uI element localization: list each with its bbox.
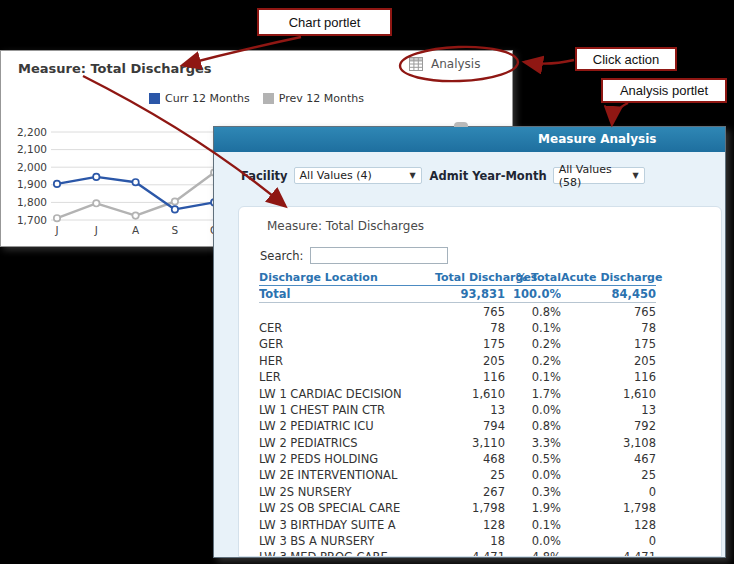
facility-filter-label: Facility	[241, 169, 288, 183]
analysis-content-panel: Measure: Total Discharges Search: Discha…	[238, 206, 722, 557]
analysis-portlet: Measure Analysis Facility All Values (4)…	[213, 126, 726, 558]
cell-total-discharges: 78	[435, 320, 505, 336]
table-header-row: Discharge Location Total Discharges % To…	[259, 270, 656, 286]
svg-text:1,900: 1,900	[17, 178, 47, 190]
cell-total-discharges: 468	[435, 451, 505, 467]
cell-acute-discharge: 0	[561, 533, 656, 549]
cell-total-discharges: 4,471	[435, 549, 505, 557]
callout-click-action-label: Click action	[593, 52, 659, 67]
admit-year-month-select-value: All Values (58)	[559, 163, 627, 189]
cell-pct-total: 1.9%	[505, 500, 561, 516]
cell-pct-total: 0.2%	[505, 353, 561, 369]
column-total-discharges[interactable]: Total Discharges	[435, 270, 505, 286]
facility-select[interactable]: All Values (4) ▼	[294, 167, 422, 184]
table-row: LW 1 CARDIAC DECISION1,6101.7%1,610	[259, 385, 656, 401]
cell-total-discharges: 1,610	[435, 385, 505, 401]
discharge-table: Discharge Location Total Discharges % To…	[259, 270, 656, 557]
svg-text:1,800: 1,800	[17, 196, 47, 208]
filter-bar: Facility All Values (4) ▼ Admit Year-Mon…	[241, 167, 725, 184]
table-row: LW 1 CHEST PAIN CTR130.0%13	[259, 402, 656, 418]
column-acute-discharge[interactable]: Acute Discharge	[561, 270, 656, 286]
cell-location: Total	[259, 286, 435, 303]
cell-pct-total: 0.1%	[505, 516, 561, 532]
cell-acute-discharge: 467	[561, 451, 656, 467]
cell-location: LW 2E INTERVENTIONAL	[259, 467, 435, 483]
table-row: LER1160.1%116	[259, 369, 656, 385]
click-action-arrow	[525, 60, 574, 64]
cell-pct-total: 0.0%	[505, 533, 561, 549]
cell-location: HER	[259, 353, 435, 369]
cell-acute-discharge: 1,610	[561, 385, 656, 401]
table-row: LW 2 PEDS HOLDING4680.5%467	[259, 451, 656, 467]
cell-total-discharges: 13	[435, 402, 505, 418]
cell-pct-total: 0.8%	[505, 303, 561, 320]
svg-text:2,100: 2,100	[17, 143, 47, 155]
cell-total-discharges: 794	[435, 418, 505, 434]
cell-acute-discharge: 175	[561, 336, 656, 352]
cell-total-discharges: 25	[435, 467, 505, 483]
search-input[interactable]	[310, 247, 448, 264]
discharge-table-body: Total 93,831 100.0% 84,450 7650.8%765CER…	[259, 286, 656, 558]
cell-total-discharges: 116	[435, 369, 505, 385]
cell-total-discharges: 18	[435, 533, 505, 549]
table-row: LW 2 PEDIATRIC ICU7940.8%792	[259, 418, 656, 434]
svg-text:J: J	[54, 224, 58, 236]
legend-label: Curr 12 Months	[165, 92, 250, 105]
cell-location: LW 2 PEDS HOLDING	[259, 451, 435, 467]
legend-item[interactable]: Curr 12 Months	[149, 92, 250, 105]
svg-text:A: A	[132, 224, 140, 236]
cell-location: LW 3 MED PROG CARE	[259, 549, 435, 557]
cell-pct-total: 0.1%	[505, 320, 561, 336]
cell-acute-discharge: 205	[561, 353, 656, 369]
cell-pct-total: 0.2%	[505, 336, 561, 352]
table-row: HER2050.2%205	[259, 353, 656, 369]
cell-total-discharges: 175	[435, 336, 505, 352]
callout-analysis-portlet-label: Analysis portlet	[620, 83, 708, 98]
measure-label: Measure: Total Discharges	[267, 219, 721, 233]
cell-acute-discharge: 1,798	[561, 500, 656, 516]
table-row: LW 3 MED PROG CARE4,4714.8%4,471	[259, 549, 656, 557]
table-row: LW 3 BIRTHDAY SUITE A1280.1%128	[259, 516, 656, 532]
cell-acute-discharge: 4,471	[561, 549, 656, 557]
cell-total-discharges: 3,110	[435, 435, 505, 451]
legend-swatch	[149, 93, 160, 104]
column-discharge-location[interactable]: Discharge Location	[259, 270, 435, 286]
analysis-portlet-arrow	[612, 103, 628, 124]
cell-acute-discharge: 116	[561, 369, 656, 385]
cell-location: LW 1 CARDIAC DECISION	[259, 385, 435, 401]
cell-total-discharges: 1,798	[435, 500, 505, 516]
svg-text:1,700: 1,700	[17, 214, 47, 226]
cell-pct-total: 0.8%	[505, 418, 561, 434]
cell-location: LW 1 CHEST PAIN CTR	[259, 402, 435, 418]
cell-location: LER	[259, 369, 435, 385]
table-row: LW 2S OB SPECIAL CARE1,7981.9%1,798	[259, 500, 656, 516]
cell-pct-total: 4.8%	[505, 549, 561, 557]
admit-year-month-select[interactable]: All Values (58) ▼	[553, 167, 645, 184]
cell-acute-discharge: 765	[561, 303, 656, 320]
cell-pct-total: 0.0%	[505, 467, 561, 483]
cell-pct-total: 100.0%	[505, 286, 561, 303]
cell-acute-discharge: 84,450	[561, 286, 656, 303]
chart-legend: Curr 12 MonthsPrev 12 Months	[1, 92, 512, 105]
table-row: CER780.1%78	[259, 320, 656, 336]
cell-acute-discharge: 13	[561, 402, 656, 418]
cell-pct-total: 0.0%	[505, 402, 561, 418]
chevron-down-icon: ▼	[633, 171, 639, 180]
cell-total-discharges: 765	[435, 303, 505, 320]
cell-total-discharges: 205	[435, 353, 505, 369]
legend-item[interactable]: Prev 12 Months	[263, 92, 364, 105]
table-row: GER1750.2%175	[259, 336, 656, 352]
table-row: 7650.8%765	[259, 303, 656, 320]
cell-acute-discharge: 78	[561, 320, 656, 336]
table-row: LW 2S NURSERY2670.3%0	[259, 484, 656, 500]
legend-swatch	[263, 93, 274, 104]
search-label: Search:	[260, 249, 303, 263]
cell-pct-total: 1.7%	[505, 385, 561, 401]
cell-total-discharges: 267	[435, 484, 505, 500]
total-row: Total 93,831 100.0% 84,450	[259, 286, 656, 303]
cell-total-discharges: 93,831	[435, 286, 505, 303]
cell-acute-discharge: 25	[561, 467, 656, 483]
callout-analysis-portlet: Analysis portlet	[601, 78, 727, 103]
cell-pct-total: 0.1%	[505, 369, 561, 385]
cell-total-discharges: 128	[435, 516, 505, 532]
